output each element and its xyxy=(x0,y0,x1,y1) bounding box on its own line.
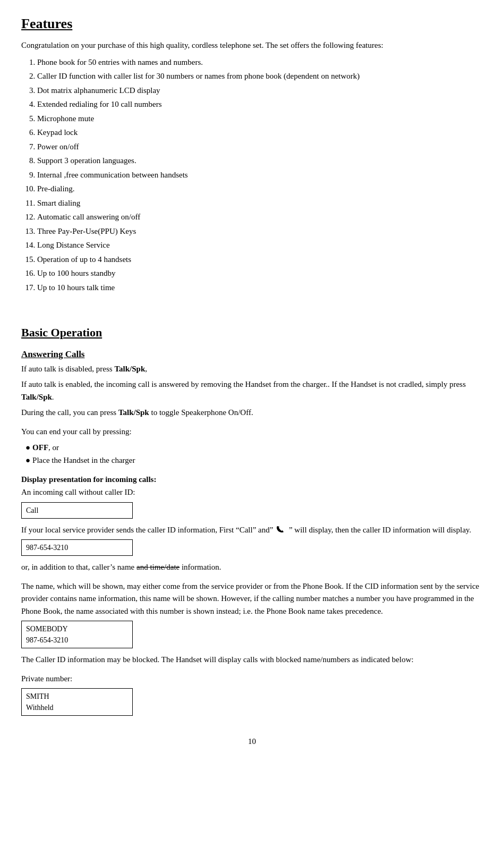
feature-item-13: Three Pay-Per-Use(PPU) Keys xyxy=(37,225,483,239)
lcd-box-3: SOMEBODY 987-654-3210 xyxy=(21,621,133,648)
feature-item-17: Up to 10 hours talk time xyxy=(37,281,483,295)
end-call-text: You can end your call by pressing: xyxy=(21,426,483,438)
feature-item-14: Long Distance Service xyxy=(37,239,483,252)
answering-calls-title: Answering Calls xyxy=(21,349,483,360)
feature-item-15: Operation of up to 4 handsets xyxy=(37,253,483,267)
display-para1: An incoming call without caller ID: xyxy=(21,486,483,498)
answering-para2: If auto talk is enabled, the incoming ca… xyxy=(21,378,483,403)
lcd-box-4: SMITH Withheld xyxy=(21,688,133,716)
feature-item-12: Automatic call answering on/off xyxy=(37,210,483,224)
display-presentation-title: Display presentation for incoming calls: xyxy=(21,475,483,484)
intro-text: Congratulation on your purchase of this … xyxy=(21,39,483,52)
lcd-box-2: 987-654-3210 xyxy=(21,539,133,556)
feature-item-6: Keypad lock xyxy=(37,126,483,140)
feature-item-16: Up to 100 hours standby xyxy=(37,267,483,281)
page-number: 10 xyxy=(21,737,483,746)
feature-item-2: Caller ID function with caller list for … xyxy=(37,70,483,83)
feature-item-10: Pre-dialing. xyxy=(37,182,483,196)
feature-item-4: Extended redialing for 10 call numbers xyxy=(37,98,483,112)
answering-para3: During the call, you can press Talk/Spk … xyxy=(21,407,483,419)
feature-item-5: Microphone mute xyxy=(37,112,483,126)
page-title: Features xyxy=(21,16,483,32)
private-label: Private number: xyxy=(21,673,483,685)
lcd-box-1: Call xyxy=(21,502,133,519)
features-list: Phone book for 50 entries with names and… xyxy=(37,56,483,295)
display-para5: The Caller ID information may be blocked… xyxy=(21,654,483,666)
display-para4: The name, which will be shown, may eithe… xyxy=(21,580,483,617)
end-call-bullets: OFF, or Place the Handset in the charger xyxy=(25,441,483,467)
feature-item-8: Support 3 operation languages. xyxy=(37,154,483,168)
feature-item-1: Phone book for 50 entries with names and… xyxy=(37,56,483,70)
feature-item-7: Power on/off xyxy=(37,140,483,154)
basic-operation-title: Basic Operation xyxy=(21,326,483,340)
strikethrough-text: and time/date xyxy=(136,563,180,571)
phone-icon xyxy=(275,525,287,534)
feature-item-9: Internal ,free communication between han… xyxy=(37,168,483,182)
feature-item-11: Smart dialing xyxy=(37,197,483,210)
feature-item-3: Dot matrix alphanumeric LCD display xyxy=(37,84,483,98)
display-para2: If your local service provider sends the… xyxy=(21,524,483,536)
display-para3: or, in addition to that, caller’s name a… xyxy=(21,561,483,573)
bullet-handset: Place the Handset in the charger xyxy=(25,454,483,467)
bullet-off: OFF, or xyxy=(25,441,483,454)
answering-para1: If auto talk is disabled, press Talk/Spk… xyxy=(21,363,483,375)
